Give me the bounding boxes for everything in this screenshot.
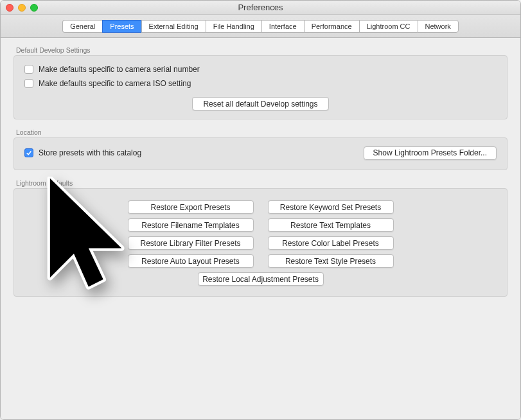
restore-export-presets-button[interactable]: Restore Export Presets: [128, 200, 254, 214]
restore-column-right: Restore Keyword Set Presets Restore Text…: [268, 200, 394, 268]
checkbox-store-presets-label: Store presets with this catalog: [39, 148, 141, 157]
tab-file-handling[interactable]: File Handling: [206, 20, 261, 33]
checkbox-serial-label: Make defaults specific to camera serial …: [39, 65, 200, 74]
group-default-develop: Default Develop Settings Make defaults s…: [13, 46, 508, 119]
minimize-icon[interactable]: [18, 4, 26, 12]
group-lightroom-defaults: Lightroom Defaults Restore Export Preset…: [13, 179, 508, 297]
tab-lightroom-cc[interactable]: Lightroom CC: [359, 20, 418, 33]
checkbox-iso[interactable]: [24, 79, 33, 88]
checkbox-serial[interactable]: [24, 65, 33, 74]
checkbox-store-presets[interactable]: [24, 148, 33, 157]
show-presets-folder-button[interactable]: Show Lightroom Presets Folder...: [364, 146, 497, 160]
tab-presets[interactable]: Presets: [102, 20, 141, 33]
checkmark-icon: [26, 150, 32, 156]
tab-segmented: General Presets External Editing File Ha…: [62, 20, 459, 33]
group-title-default-develop: Default Develop Settings: [16, 46, 508, 54]
preferences-window: Preferences General Presets External Edi…: [0, 0, 521, 420]
restore-column-left: Restore Export Presets Restore Filename …: [128, 200, 254, 268]
restore-color-label-presets-button[interactable]: Restore Color Label Presets: [268, 236, 394, 250]
group-title-lightroom-defaults: Lightroom Defaults: [16, 179, 508, 187]
titlebar: Preferences: [1, 1, 520, 15]
restore-text-style-presets-button[interactable]: Restore Text Style Presets: [268, 254, 394, 268]
group-location: Location Store presets with this catalog…: [13, 128, 508, 170]
group-box-location: Store presets with this catalog Show Lig…: [13, 137, 508, 170]
reset-develop-button[interactable]: Reset all default Develop settings: [192, 97, 328, 110]
window-controls: [6, 4, 38, 12]
tab-performance[interactable]: Performance: [304, 20, 359, 33]
tabbar: General Presets External Editing File Ha…: [1, 15, 520, 38]
restore-local-adjustment-presets-button[interactable]: Restore Local Adjustment Presets: [198, 272, 324, 286]
close-icon[interactable]: [6, 4, 13, 12]
group-title-location: Location: [16, 128, 508, 136]
restore-library-filter-presets-button[interactable]: Restore Library Filter Presets: [128, 236, 254, 250]
restore-text-templates-button[interactable]: Restore Text Templates: [268, 218, 394, 232]
tab-network[interactable]: Network: [418, 20, 459, 33]
restore-filename-templates-button[interactable]: Restore Filename Templates: [128, 218, 254, 232]
zoom-icon[interactable]: [30, 4, 38, 12]
group-box-default-develop: Make defaults specific to camera serial …: [13, 55, 508, 119]
group-box-lightroom-defaults: Restore Export Presets Restore Filename …: [13, 188, 508, 297]
tab-interface[interactable]: Interface: [261, 20, 304, 33]
restore-keyword-set-presets-button[interactable]: Restore Keyword Set Presets: [268, 200, 394, 214]
tab-general[interactable]: General: [62, 20, 102, 33]
restore-auto-layout-presets-button[interactable]: Restore Auto Layout Presets: [128, 254, 254, 268]
checkbox-iso-label: Make defaults specific to camera ISO set…: [39, 79, 191, 88]
window-title: Preferences: [238, 3, 283, 12]
tab-external-editing[interactable]: External Editing: [141, 20, 206, 33]
preferences-body: Default Develop Settings Make defaults s…: [1, 38, 520, 420]
